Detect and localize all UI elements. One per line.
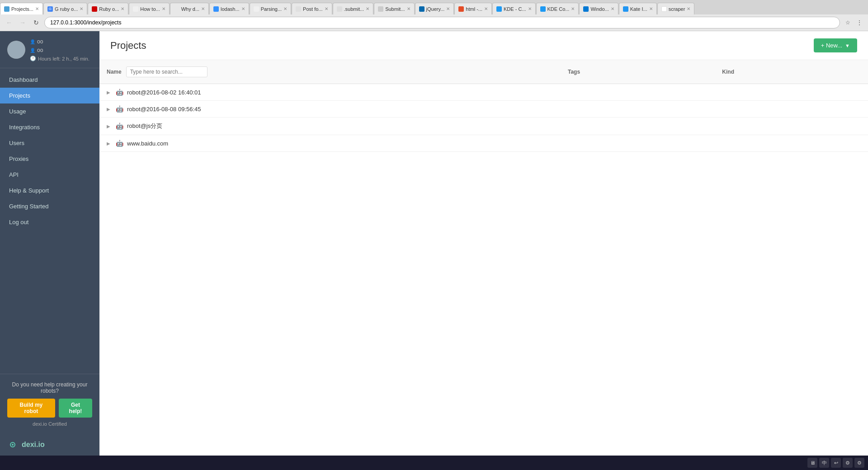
taskbar: 🖥 中 ↩ ⚙ ⚙ — [0, 456, 868, 470]
tab-jquery[interactable]: jQuery... ✕ — [415, 3, 454, 14]
tab-close-windows[interactable]: ✕ — [611, 6, 614, 11]
td-kind-1 — [715, 84, 868, 101]
tab-close-post[interactable]: ✕ — [325, 6, 328, 11]
tab-label-submit2: Submit... — [385, 6, 405, 12]
table-container: Name Tags Kind — [99, 60, 868, 456]
tab-close-ruby1[interactable]: ✕ — [80, 6, 83, 11]
tab-close-submit2[interactable]: ✕ — [407, 6, 410, 11]
td-name-4: ▶ 🤖 www.baidu.com — [99, 135, 561, 152]
tab-close-jquery[interactable]: ✕ — [446, 6, 450, 11]
back-button[interactable]: ← — [4, 17, 14, 28]
tab-favicon-windows — [583, 6, 589, 12]
tab-close-lodash[interactable]: ✕ — [241, 6, 245, 11]
tab-favicon-kde2 — [540, 6, 546, 12]
tab-close-kde2[interactable]: ✕ — [571, 6, 575, 11]
tab-close-projects[interactable]: ✕ — [35, 6, 39, 11]
tab-lodash[interactable]: lodash... ✕ — [209, 3, 249, 14]
tab-close-why[interactable]: ✕ — [201, 6, 205, 11]
taskbar-item-4[interactable]: ⚙ — [843, 458, 853, 468]
table-row[interactable]: ▶ 🤖 www.baidu.com — [99, 135, 868, 152]
td-name-1: ▶ 🤖 robot@2016-08-02 16:40:01 — [99, 84, 561, 101]
taskbar-item-3[interactable]: ↩ — [831, 458, 841, 468]
tab-close-scraper[interactable]: ✕ — [687, 6, 690, 11]
taskbar-item-2[interactable]: 中 — [819, 458, 829, 468]
main-content: Projects + New... ▼ Name — [99, 31, 868, 456]
browser-menu-button[interactable]: ⋮ — [854, 18, 864, 28]
tab-label-jquery: jQuery... — [426, 6, 445, 12]
sidebar-item-getting-started[interactable]: Getting Started — [0, 198, 99, 214]
tab-label-kde1: KDE - C... — [504, 6, 526, 12]
tab-close-howto[interactable]: ✕ — [162, 6, 165, 11]
tab-favicon-projects — [4, 6, 9, 12]
tab-close-kde1[interactable]: ✕ — [528, 6, 532, 11]
sidebar-item-dashboard[interactable]: Dashboard — [0, 72, 99, 88]
project-label-3: robot@js分页 — [127, 122, 162, 130]
tab-close-parsing[interactable]: ✕ — [283, 6, 287, 11]
browser-actions: ☆ ⋮ — [843, 18, 864, 28]
clock-icon: 🕐 — [30, 56, 36, 61]
tab-favicon-submit1 — [337, 6, 342, 12]
tab-kde2[interactable]: KDE Co... ✕ — [536, 3, 579, 14]
tab-close-submit1[interactable]: ✕ — [366, 6, 369, 11]
cta-text: Do you need help creating your robots? — [7, 381, 92, 394]
tab-close-kate[interactable]: ✕ — [649, 6, 653, 11]
avatar — [7, 41, 25, 59]
tab-post[interactable]: Post fo... ✕ — [292, 3, 332, 14]
column-name-label: Name — [107, 69, 122, 75]
th-name: Name — [99, 60, 561, 84]
sidebar-item-proxies[interactable]: Proxies — [0, 151, 99, 167]
bookmark-button[interactable]: ☆ — [843, 18, 853, 28]
user-icon-1: 👤 — [30, 38, 35, 46]
row-expand-3[interactable]: ▶ — [107, 124, 110, 129]
sidebar-item-usage[interactable]: Usage — [0, 103, 99, 119]
td-kind-3 — [715, 118, 868, 135]
search-input[interactable] — [126, 66, 208, 77]
row-expand-1[interactable]: ▶ — [107, 90, 110, 95]
project-label-1: robot@2016-08-02 16:40:01 — [127, 89, 201, 96]
table-row[interactable]: ▶ 🤖 robot@2016-08-02 16:40:01 — [99, 84, 868, 101]
tab-submit2[interactable]: Submit... ✕ — [374, 3, 414, 14]
tab-why[interactable]: Why d... ✕ — [170, 3, 209, 14]
sidebar-item-help[interactable]: Help & Support — [0, 183, 99, 198]
tab-kde1[interactable]: KDE - C... ✕ — [492, 3, 536, 14]
build-robot-button[interactable]: Build my robot — [7, 399, 55, 418]
forward-button[interactable]: → — [17, 17, 28, 28]
sidebar-item-users[interactable]: Users — [0, 135, 99, 151]
row-expand-2[interactable]: ▶ — [107, 107, 110, 112]
sidebar-item-integrations[interactable]: Integrations — [0, 119, 99, 135]
address-input[interactable] — [44, 17, 840, 28]
tab-scraper[interactable]: scraper ✕ — [657, 3, 695, 14]
sidebar-item-logout[interactable]: Log out — [0, 214, 99, 230]
new-button[interactable]: + New... ▼ — [814, 38, 857, 52]
projects-table: Name Tags Kind — [99, 60, 868, 152]
table-row[interactable]: ▶ 🤖 robot@2016-08-08 09:56:45 — [99, 101, 868, 118]
tab-favicon-post — [296, 6, 301, 12]
sidebar-item-api[interactable]: API — [0, 167, 99, 183]
tab-html[interactable]: html -... ✕ — [454, 3, 492, 14]
tab-projects[interactable]: Projects... ✕ — [0, 3, 43, 14]
tab-submit1[interactable]: .submit... ✕ — [333, 3, 374, 14]
table-row[interactable]: ▶ 🤖 robot@js分页 — [99, 118, 868, 135]
tab-parsing[interactable]: Parsing... ✕ — [250, 3, 291, 14]
tab-windows[interactable]: Windo... ✕ — [579, 3, 618, 14]
tab-ruby1[interactable]: G G ruby o... ✕ — [43, 3, 87, 14]
project-name-2: ▶ 🤖 robot@2016-08-08 09:56:45 — [107, 105, 553, 113]
tab-ruby2[interactable]: Ruby o... ✕ — [88, 3, 128, 14]
taskbar-item-1[interactable]: 🖥 — [807, 458, 817, 468]
tab-bar: Projects... ✕ G G ruby o... ✕ Ruby o... … — [0, 0, 868, 14]
tab-close-ruby2[interactable]: ✕ — [121, 6, 124, 11]
sidebar: 👤 oo 👤 oo 🕐 Hours left: 2 h., 45 min. Da… — [0, 31, 99, 456]
row-expand-4[interactable]: ▶ — [107, 141, 110, 146]
tab-howto[interactable]: How to... ✕ — [129, 3, 169, 14]
tab-favicon-scraper — [661, 6, 667, 12]
get-help-button[interactable]: Get help! — [59, 399, 92, 418]
robot-icon-4: 🤖 — [116, 140, 123, 147]
sidebar-item-projects[interactable]: Projects — [0, 88, 99, 103]
hours-label: Hours left: 2 h., 45 min. — [38, 56, 90, 61]
tab-favicon-lodash — [213, 6, 219, 12]
taskbar-item-5[interactable]: ⚙ — [854, 458, 864, 468]
tab-kate[interactable]: Kate I... ✕ — [619, 3, 657, 14]
reload-button[interactable]: ↻ — [31, 17, 42, 28]
tab-label-howto: How to... — [140, 6, 160, 12]
tab-close-html[interactable]: ✕ — [484, 6, 488, 11]
